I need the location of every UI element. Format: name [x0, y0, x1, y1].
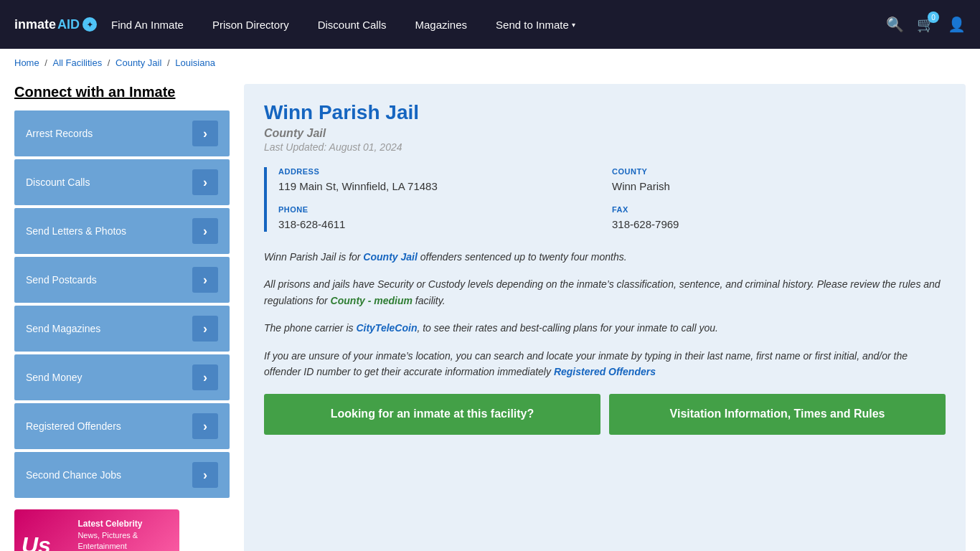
logo-text-inmate: inmate	[14, 17, 56, 32]
sidebar-item-second-chance-jobs[interactable]: Second Chance Jobs ›	[14, 452, 230, 498]
ad-logo: Us	[14, 525, 72, 552]
breadcrumb-county-jail[interactable]: County Jail	[116, 57, 161, 68]
nav-prison-directory[interactable]: Prison Directory	[198, 1, 303, 48]
facility-info-grid: ADDRESS 119 Main St, Winnfield, LA 71483…	[264, 167, 946, 232]
chevron-right-icon: ›	[192, 169, 218, 195]
chevron-down-icon: ▾	[572, 21, 575, 29]
find-inmate-button[interactable]: Looking for an inmate at this facility?	[264, 394, 600, 435]
county-block: COUNTY Winn Parish	[612, 167, 946, 194]
desc-para-2: All prisons and jails have Security or C…	[264, 276, 946, 309]
facility-content: Winn Parish Jail County Jail Last Update…	[244, 84, 966, 551]
chevron-right-icon: ›	[192, 462, 218, 488]
breadcrumb-sep-2: /	[108, 57, 113, 68]
breadcrumb-home[interactable]: Home	[14, 57, 39, 68]
registered-offenders-link[interactable]: Registered Offenders	[554, 366, 656, 377]
chevron-right-icon: ›	[192, 316, 218, 342]
chevron-right-icon: ›	[192, 267, 218, 293]
nav-icons: 🔍 🛒 0 👤	[886, 16, 966, 33]
site-logo[interactable]: inmate AID ✦	[14, 17, 97, 32]
sidebar-advertisement[interactable]: Us Latest Celebrity News, Pictures & Ent…	[14, 509, 179, 551]
desc-para-1: Winn Parish Jail is for County Jail offe…	[264, 249, 946, 265]
address-block: ADDRESS 119 Main St, Winnfield, LA 71483	[278, 167, 612, 194]
breadcrumb-sep-3: /	[167, 57, 172, 68]
address-label: ADDRESS	[278, 167, 612, 176]
sidebar-item-arrest-records[interactable]: Arrest Records ›	[14, 110, 230, 156]
fax-label: FAX	[612, 205, 946, 214]
phone-block: PHONE 318-628-4611	[278, 205, 612, 232]
desc-para-4: If you are unsure of your inmate’s locat…	[264, 348, 946, 380]
county-medium-link[interactable]: County - medium	[331, 295, 413, 306]
sidebar-item-registered-offenders[interactable]: Registered Offenders ›	[14, 403, 230, 449]
ad-text: Latest Celebrity News, Pictures & Entert…	[72, 512, 179, 551]
breadcrumb-state[interactable]: Louisiana	[175, 57, 215, 68]
user-button[interactable]: 👤	[948, 16, 966, 33]
nav-links: Find An Inmate Prison Directory Discount…	[97, 1, 886, 48]
facility-description: Winn Parish Jail is for County Jail offe…	[264, 249, 946, 380]
breadcrumb-all-facilities[interactable]: All Facilities	[53, 57, 103, 68]
facility-type: County Jail	[264, 127, 946, 140]
chevron-right-icon: ›	[192, 121, 218, 146]
navbar: inmate AID ✦ Find An Inmate Prison Direc…	[0, 0, 980, 49]
last-updated: Last Updated: August 01, 2024	[264, 141, 946, 153]
breadcrumb: Home / All Facilities / County Jail / Lo…	[0, 49, 980, 77]
search-button[interactable]: 🔍	[886, 16, 904, 33]
sidebar-item-discount-calls[interactable]: Discount Calls ›	[14, 159, 230, 205]
cart-button[interactable]: 🛒 0	[917, 16, 935, 33]
county-value: Winn Parish	[612, 179, 946, 194]
sidebar-item-send-money[interactable]: Send Money ›	[14, 354, 230, 400]
sidebar-item-send-magazines[interactable]: Send Magazines ›	[14, 306, 230, 352]
nav-magazines[interactable]: Magazines	[401, 1, 482, 48]
fax-block: FAX 318-628-7969	[612, 205, 946, 232]
facility-name: Winn Parish Jail	[264, 101, 946, 124]
phone-value: 318-628-4611	[278, 217, 612, 232]
nav-send-to-inmate[interactable]: Send to Inmate ▾	[481, 1, 590, 48]
nav-discount-calls[interactable]: Discount Calls	[303, 1, 401, 48]
sidebar-item-send-letters[interactable]: Send Letters & Photos ›	[14, 208, 230, 254]
county-jail-link-1[interactable]: County Jail	[363, 251, 417, 263]
citytelecoin-link[interactable]: CityTeleCoin	[356, 322, 417, 334]
chevron-right-icon: ›	[192, 218, 218, 244]
phone-label: PHONE	[278, 205, 612, 214]
address-value: 119 Main St, Winnfield, LA 71483	[278, 179, 612, 194]
logo-text-aid: AID	[57, 17, 80, 32]
chevron-right-icon: ›	[192, 413, 218, 439]
cart-badge: 0	[928, 11, 939, 23]
fax-value: 318-628-7969	[612, 217, 946, 232]
sidebar-item-send-postcards[interactable]: Send Postcards ›	[14, 257, 230, 303]
logo-icon: ✦	[83, 17, 97, 32]
sidebar: Connect with an Inmate Arrest Records › …	[14, 84, 230, 551]
chevron-right-icon: ›	[192, 364, 218, 390]
main-layout: Connect with an Inmate Arrest Records › …	[0, 77, 980, 551]
desc-para-3: The phone carrier is CityTeleCoin, to se…	[264, 320, 946, 336]
visitation-info-button[interactable]: Visitation Information, Times and Rules	[609, 394, 946, 435]
county-label: COUNTY	[612, 167, 946, 176]
sidebar-heading: Connect with an Inmate	[14, 84, 230, 100]
nav-find-inmate[interactable]: Find An Inmate	[97, 1, 198, 48]
breadcrumb-sep-1: /	[44, 57, 50, 68]
bottom-buttons: Looking for an inmate at this facility? …	[264, 394, 946, 435]
